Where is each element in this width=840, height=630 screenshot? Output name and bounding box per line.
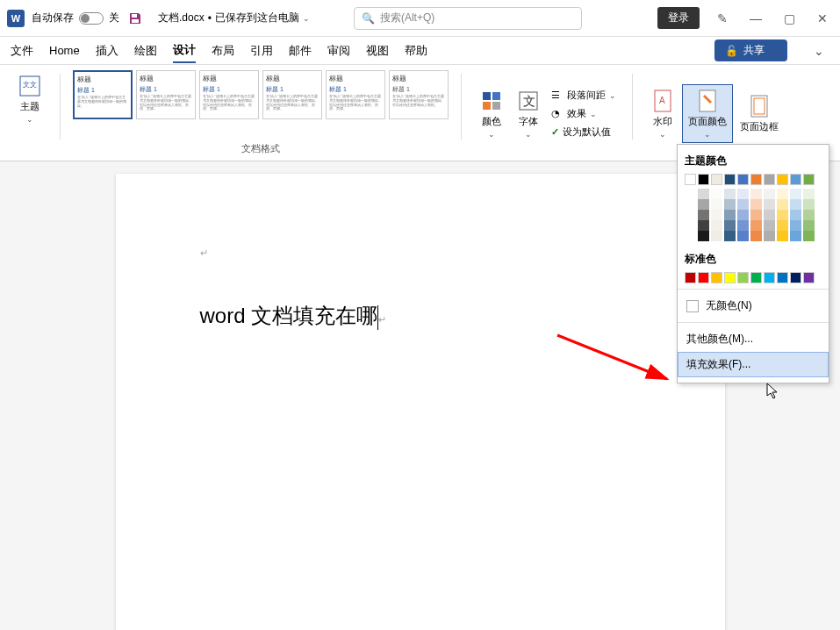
autosave-state: 关 bbox=[109, 11, 119, 25]
color-swatch[interactable] bbox=[764, 174, 775, 185]
tab-file[interactable]: 文件 bbox=[11, 39, 33, 62]
color-swatch[interactable] bbox=[737, 272, 749, 283]
color-swatch[interactable] bbox=[698, 174, 709, 185]
theme-icon: 文文 bbox=[18, 74, 42, 98]
paragraph-mark-icon: ↵ bbox=[378, 314, 386, 325]
color-swatch[interactable] bbox=[685, 174, 696, 185]
theme-group: 文文 主题 ⌄ bbox=[7, 70, 53, 157]
color-swatch[interactable] bbox=[711, 174, 722, 185]
effects-button[interactable]: ◔ 效果 ⌄ bbox=[548, 105, 620, 122]
group-label: 文档格式 bbox=[241, 142, 280, 155]
login-button[interactable]: 登录 bbox=[657, 7, 700, 29]
checkmark-icon: ✓ bbox=[551, 126, 559, 138]
save-icon[interactable] bbox=[128, 11, 142, 25]
chevron-down-icon: ⌄ bbox=[704, 130, 711, 139]
watermark-icon: A bbox=[650, 89, 675, 113]
chevron-down-icon: ⌄ bbox=[590, 110, 597, 118]
no-color-swatch-icon bbox=[686, 300, 699, 312]
color-swatch[interactable] bbox=[698, 272, 709, 283]
shade-column[interactable] bbox=[803, 189, 815, 241]
shade-column[interactable] bbox=[737, 189, 749, 241]
tab-design[interactable]: 设计 bbox=[173, 39, 196, 63]
shade-column[interactable] bbox=[685, 189, 696, 241]
color-swatch[interactable] bbox=[803, 174, 815, 185]
tab-help[interactable]: 帮助 bbox=[405, 39, 427, 62]
color-swatch[interactable] bbox=[777, 174, 788, 185]
shade-column[interactable] bbox=[724, 189, 736, 241]
color-swatch[interactable] bbox=[790, 174, 801, 185]
svg-text:文: 文 bbox=[523, 94, 535, 108]
title-bar: W 自动保存 关 文档.docx • 已保存到这台电脑 ⌄ 🔍 搜索(Alt+Q… bbox=[0, 0, 840, 37]
tab-home[interactable]: Home bbox=[49, 40, 80, 61]
document-title[interactable]: 文档.docx • 已保存到这台电脑 ⌄ bbox=[158, 11, 310, 25]
fonts-icon: 文 bbox=[516, 89, 541, 113]
tab-mailings[interactable]: 邮件 bbox=[289, 39, 312, 62]
close-button[interactable]: ✕ bbox=[812, 8, 833, 29]
color-swatch[interactable] bbox=[750, 174, 762, 185]
maximize-button[interactable]: ▢ bbox=[779, 8, 800, 29]
search-icon: 🔍 bbox=[362, 12, 375, 25]
fonts-button[interactable]: 文 字体 ⌄ bbox=[511, 85, 546, 142]
color-swatch[interactable] bbox=[711, 272, 722, 283]
color-font-group: 颜色 ⌄ 文 字体 ⌄ ☰ 段落间距 ⌄ ◔ 效果 ⌄ ✓ 设为默认值 bbox=[469, 70, 625, 157]
chevron-down-icon: ⌄ bbox=[525, 130, 532, 139]
shade-column[interactable] bbox=[750, 189, 762, 241]
svg-rect-6 bbox=[483, 102, 491, 110]
shade-column[interactable] bbox=[711, 189, 722, 241]
pen-icon[interactable]: ✎ bbox=[712, 8, 733, 29]
tab-insert[interactable]: 插入 bbox=[96, 39, 118, 62]
colors-button[interactable]: 颜色 ⌄ bbox=[474, 85, 509, 142]
theme-colors-label: 主题颜色 bbox=[678, 150, 829, 172]
shade-column[interactable] bbox=[790, 189, 801, 241]
color-swatch[interactable] bbox=[777, 272, 788, 283]
color-swatch[interactable] bbox=[724, 272, 736, 283]
autosave-toggle[interactable]: 自动保存 关 bbox=[32, 11, 119, 25]
fill-effects-item[interactable]: 填充效果(F)... bbox=[678, 352, 829, 377]
color-swatch[interactable] bbox=[790, 272, 801, 283]
paragraph-spacing-button[interactable]: ☰ 段落间距 ⌄ bbox=[548, 87, 620, 104]
svg-rect-5 bbox=[492, 92, 500, 100]
shade-column[interactable] bbox=[698, 189, 709, 241]
shade-column[interactable] bbox=[764, 189, 775, 241]
style-thumb[interactable]: 标题 标题 1 在"插入"选项卡上的库中包含主题与文档整体外观协调一致的项目。可… bbox=[136, 70, 196, 119]
document-page[interactable]: ↵ word 文档填充在哪↵ bbox=[116, 174, 725, 630]
style-thumb[interactable]: 标题 标题 1 在"插入"选项卡上的库中包含主题与文档整体外观协调一致的项目。可… bbox=[199, 70, 259, 119]
color-swatch[interactable] bbox=[803, 272, 815, 283]
tab-references[interactable]: 引用 bbox=[250, 39, 273, 62]
color-swatch[interactable] bbox=[724, 174, 736, 185]
share-button[interactable]: 🔓 共享 ⌄ bbox=[714, 39, 787, 61]
chevron-down-icon: ⌄ bbox=[659, 130, 666, 139]
tab-layout[interactable]: 布局 bbox=[212, 39, 234, 62]
page-color-button[interactable]: 页面颜色 ⌄ bbox=[682, 84, 733, 143]
color-swatch[interactable] bbox=[737, 174, 749, 185]
tab-draw[interactable]: 绘图 bbox=[134, 39, 157, 62]
no-color-item[interactable]: 无颜色(N) bbox=[678, 293, 829, 319]
shade-column[interactable] bbox=[777, 189, 788, 241]
search-input[interactable]: 🔍 搜索(Alt+Q) bbox=[354, 7, 582, 30]
collapse-ribbon-icon[interactable]: ⌄ bbox=[808, 40, 829, 61]
page-border-button[interactable]: 页面边框 bbox=[735, 90, 784, 137]
svg-rect-4 bbox=[483, 92, 491, 100]
style-thumb[interactable]: 标题 标题 1 在"插入"选项卡上的库中包含主题与文档整体外观协调一致的项目。可… bbox=[389, 70, 449, 119]
style-thumb[interactable]: 标题 标题 1 在"插入"选项卡上的库中包含主题与文档整体外观协调一致的项目。 bbox=[73, 70, 133, 119]
minimize-button[interactable]: — bbox=[745, 8, 766, 29]
style-thumb[interactable]: 标题 标题 1 在"插入"选项卡上的库中包含主题与文档整体外观协调一致的项目。可… bbox=[326, 70, 385, 119]
style-thumb[interactable]: 标题 标题 1 在"插入"选项卡上的库中包含主题与文档整体外观协调一致的项目。可… bbox=[262, 70, 322, 119]
color-swatch[interactable] bbox=[764, 272, 775, 283]
chevron-down-icon: ⌄ bbox=[488, 130, 495, 139]
autosave-label: 自动保存 bbox=[32, 11, 74, 25]
color-swatch[interactable] bbox=[685, 272, 696, 283]
share-icon: 🔓 bbox=[725, 45, 738, 57]
theme-button[interactable]: 文文 主题 ⌄ bbox=[12, 70, 47, 127]
style-gallery[interactable]: 标题 标题 1 在"插入"选项卡上的库中包含主题与文档整体外观协调一致的项目。 … bbox=[73, 70, 449, 132]
more-colors-item[interactable]: 其他颜色(M)... bbox=[678, 326, 829, 352]
svg-rect-0 bbox=[132, 14, 137, 18]
document-text[interactable]: word 文档填充在哪↵ bbox=[200, 302, 641, 330]
set-default-button[interactable]: ✓ 设为默认值 bbox=[548, 124, 620, 140]
toggle-icon bbox=[79, 12, 104, 25]
watermark-button[interactable]: A 水印 ⌄ bbox=[645, 85, 680, 142]
tab-review[interactable]: 审阅 bbox=[327, 39, 350, 62]
color-swatch[interactable] bbox=[750, 272, 762, 283]
paragraph-mark-icon: ↵ bbox=[200, 247, 208, 258]
tab-view[interactable]: 视图 bbox=[366, 39, 389, 62]
